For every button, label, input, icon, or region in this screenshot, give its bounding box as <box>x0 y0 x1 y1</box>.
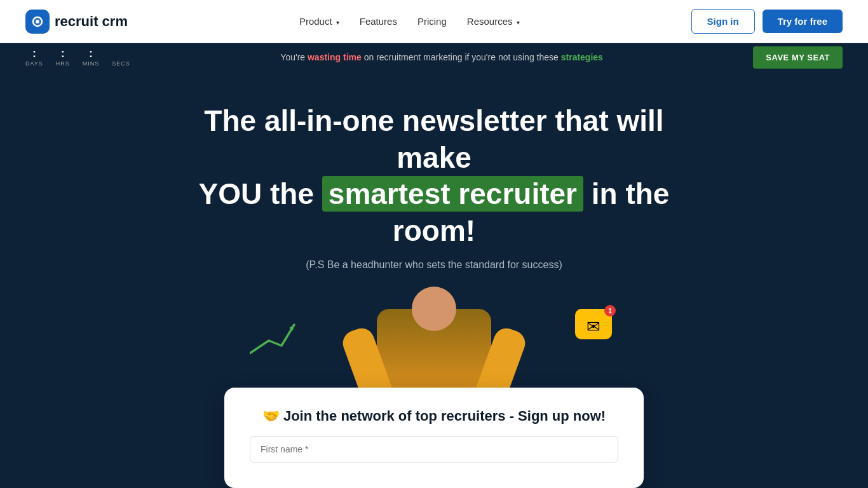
hero-subtitle: (P.S Be a headhunter who sets the standa… <box>306 259 562 271</box>
timer-secs: SECS <box>112 48 130 67</box>
nav-item-product[interactable]: Product ▾ <box>299 16 339 27</box>
email-badge: 1 <box>604 305 616 316</box>
svg-marker-3 <box>289 325 294 330</box>
person-head <box>412 287 456 331</box>
email-icon: ✉ 1 <box>575 309 612 339</box>
logo[interactable]: recruit crm <box>25 10 128 34</box>
wasting-text: wasting time <box>308 52 362 62</box>
signup-card-title: 🤝 Join the network of top recruiters - S… <box>250 408 618 424</box>
timer-days: : DAYS <box>25 48 43 67</box>
navbar: recruit crm Product ▾ Features Pricing R… <box>0 0 868 43</box>
trend-chart-icon <box>250 322 301 360</box>
first-name-field-group <box>250 436 618 463</box>
timer-mins: : MINS <box>83 48 100 67</box>
chevron-down-icon: ▾ <box>336 19 339 26</box>
nav-menu: Product ▾ Features Pricing Resources ▾ <box>299 16 520 27</box>
nav-item-features[interactable]: Features <box>360 16 397 27</box>
navbar-actions: Sign in Try for free <box>691 9 843 34</box>
timer-bar: : DAYS : HRS : MINS SECS You're wasting … <box>0 43 868 71</box>
timer-hrs: : HRS <box>56 48 70 67</box>
hero-section: The all-in-one newsletter that will make… <box>0 71 868 488</box>
timer-section: : DAYS : HRS : MINS SECS <box>25 48 130 67</box>
signup-card: 🤝 Join the network of top recruiters - S… <box>224 388 644 488</box>
first-name-input[interactable] <box>250 436 618 463</box>
tryfree-button[interactable]: Try for free <box>763 10 843 33</box>
hero-title: The all-in-one newsletter that will make… <box>180 103 688 249</box>
hero-highlight: smartest recruiter <box>322 176 583 212</box>
nav-item-resources[interactable]: Resources ▾ <box>467 16 520 27</box>
strategies-text: strategies <box>561 52 603 62</box>
logo-icon <box>25 10 50 34</box>
svg-point-2 <box>36 20 39 24</box>
timer-message: You're wasting time on recruitment marke… <box>130 52 753 62</box>
save-seat-button[interactable]: SAVE MY SEAT <box>753 46 843 69</box>
chevron-down-icon: ▾ <box>517 19 520 26</box>
handshake-icon: 🤝 <box>262 408 280 424</box>
logo-text: recruit crm <box>55 13 128 30</box>
nav-item-pricing[interactable]: Pricing <box>417 16 447 27</box>
signin-button[interactable]: Sign in <box>691 9 755 34</box>
